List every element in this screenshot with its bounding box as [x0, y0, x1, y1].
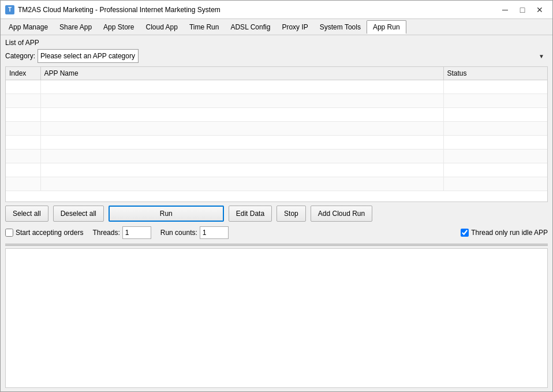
thread-idle-text: Thread only run idle APP: [471, 229, 548, 237]
select-all-button[interactable]: Select all: [5, 206, 48, 222]
menubar: App Manage Share App App Store Cloud App…: [1, 19, 552, 35]
table-row: [6, 80, 547, 94]
close-button[interactable]: ✕: [532, 4, 548, 16]
menu-cloud-app[interactable]: Cloud App: [140, 21, 183, 33]
category-row: Category: Please select an APP category: [5, 49, 548, 63]
menu-share-app[interactable]: Share App: [54, 21, 98, 33]
menu-time-run[interactable]: Time Run: [184, 21, 225, 33]
app-table: Index APP Name Status: [6, 67, 547, 191]
col-app-name: APP Name: [40, 67, 443, 80]
run-button[interactable]: Run: [109, 206, 224, 222]
table-row: [6, 108, 547, 122]
menu-app-store[interactable]: App Store: [98, 21, 140, 33]
start-accepting-orders-label[interactable]: Start accepting orders: [5, 229, 83, 237]
thread-idle-checkbox[interactable]: [461, 229, 469, 237]
maximize-button[interactable]: □: [514, 4, 530, 16]
log-area: [5, 248, 548, 389]
menu-adsl-config[interactable]: ADSL Config: [225, 21, 276, 33]
threads-group: Threads:: [92, 226, 151, 239]
category-select-wrapper: Please select an APP category: [38, 49, 548, 63]
run-counts-input[interactable]: [200, 226, 229, 239]
menu-proxy-ip[interactable]: Proxy IP: [276, 21, 313, 33]
run-counts-label: Run counts:: [160, 229, 197, 237]
table-row: [6, 136, 547, 150]
app-table-container: Index APP Name Status: [5, 66, 548, 202]
menu-system-tools[interactable]: System Tools: [314, 21, 367, 33]
thread-idle-label[interactable]: Thread only run idle APP: [461, 229, 548, 237]
category-select[interactable]: Please select an APP category: [38, 49, 139, 63]
stop-button[interactable]: Stop: [276, 206, 306, 222]
window-controls: ─ □ ✕: [497, 4, 548, 16]
menu-app-manage[interactable]: App Manage: [3, 21, 54, 33]
add-cloud-run-button[interactable]: Add Cloud Run: [311, 206, 372, 222]
titlebar: T TM2AS Cloud Marketing - Professional I…: [1, 1, 552, 19]
deselect-all-button[interactable]: Deselect all: [53, 206, 104, 222]
table-body: [6, 80, 547, 191]
category-label: Category:: [5, 52, 35, 60]
content-area: List of APP Category: Please select an A…: [1, 35, 552, 391]
button-row: Select all Deselect all Run Edit Data St…: [5, 206, 548, 222]
start-accepting-orders-checkbox[interactable]: [5, 229, 13, 237]
start-accepting-orders-text: Start accepting orders: [16, 229, 83, 237]
menu-app-run[interactable]: App Run: [367, 20, 406, 34]
window-title: TM2AS Cloud Marketing - Professional Int…: [18, 6, 497, 14]
table-row: [6, 163, 547, 177]
table-row: [6, 177, 547, 191]
threads-input[interactable]: [122, 226, 151, 239]
minimize-button[interactable]: ─: [497, 4, 513, 16]
section-label: List of APP: [5, 39, 548, 47]
table-row: [6, 150, 547, 163]
threads-label: Threads:: [92, 229, 119, 237]
table-row: [6, 94, 547, 108]
run-counts-group: Run counts:: [160, 226, 229, 239]
divider: [5, 244, 548, 246]
col-index: Index: [6, 67, 40, 80]
col-status: Status: [443, 67, 547, 80]
table-row: [6, 122, 547, 136]
app-icon: T: [5, 5, 14, 14]
main-window: T TM2AS Cloud Marketing - Professional I…: [0, 0, 553, 392]
options-row: Start accepting orders Threads: Run coun…: [5, 226, 548, 239]
edit-data-button[interactable]: Edit Data: [229, 206, 272, 222]
